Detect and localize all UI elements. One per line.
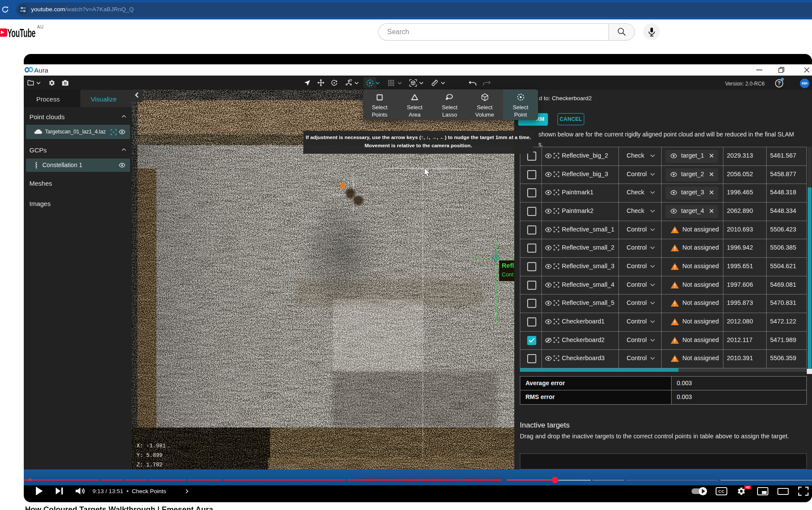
svg-text:?: ? (777, 80, 780, 86)
